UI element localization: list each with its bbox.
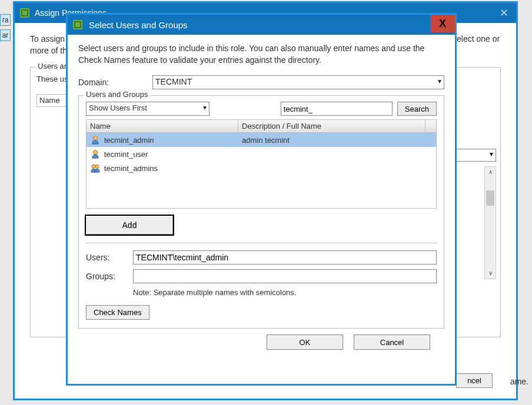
- svg-point-6: [92, 165, 95, 168]
- users-input[interactable]: [133, 250, 437, 265]
- table-row[interactable]: tecmint_adminadmin tecmint: [87, 133, 436, 147]
- grid-body: tecmint_adminadmin tecminttecmint_userte…: [87, 133, 436, 208]
- row-name: tecmint_admin: [104, 136, 154, 145]
- search-button[interactable]: Search: [397, 102, 437, 116]
- users-row: Users:: [86, 250, 437, 265]
- child-close-button[interactable]: X: [430, 15, 455, 32]
- search-input[interactable]: [281, 102, 393, 116]
- separator: [86, 243, 437, 243]
- users-grid: Name Description / Full Name tecmint_adm…: [86, 119, 437, 209]
- parent-cancel-button[interactable]: ncel: [456, 373, 493, 388]
- table-row[interactable]: tecmint_admins: [87, 161, 436, 175]
- svg-point-7: [95, 165, 99, 168]
- group-icon: [90, 163, 101, 173]
- col-desc-header[interactable]: Description / Full Name: [238, 120, 425, 132]
- scroll-up-icon[interactable]: ∧: [486, 168, 494, 176]
- parent-role-dropdown[interactable]: [454, 149, 496, 162]
- col-scroll-gutter: [425, 120, 436, 132]
- domain-select[interactable]: TECMINT: [152, 75, 444, 89]
- add-button[interactable]: Add: [86, 216, 173, 235]
- child-title: Select Users and Groups: [89, 20, 188, 30]
- select-users-dialog: Select Users and Groups X Select users a…: [66, 13, 457, 386]
- domain-row: Domain: TECMINT: [78, 75, 444, 89]
- bg-text-fragment: ame.: [510, 377, 528, 386]
- row-name: tecmint_user: [104, 150, 148, 159]
- table-row[interactable]: tecmint_user: [87, 147, 436, 161]
- note-text: Note: Separate multiple names with semic…: [133, 288, 437, 297]
- ok-button[interactable]: OK: [267, 334, 343, 350]
- row-name: tecmint_admins: [104, 164, 158, 173]
- show-filter-value: Show Users First: [89, 103, 147, 112]
- check-names-button[interactable]: Check Names: [86, 305, 149, 320]
- scroll-thumb[interactable]: [486, 190, 494, 206]
- child-titlebar: Select Users and Groups X: [68, 15, 455, 35]
- groups-row: Groups:: [86, 269, 437, 283]
- row-desc: [238, 168, 436, 169]
- users-label: Users:: [86, 253, 133, 262]
- row-desc: admin tecmint: [238, 135, 436, 145]
- vsphere-icon: [19, 8, 30, 18]
- col-name-header[interactable]: Name: [87, 120, 238, 132]
- groups-input[interactable]: [133, 269, 437, 283]
- users-groups-fieldset: Users and Groups Show Users First Search…: [78, 95, 444, 329]
- svg-point-5: [94, 150, 98, 155]
- show-filter-select[interactable]: Show Users First: [86, 102, 210, 116]
- scroll-down-icon[interactable]: ∨: [486, 269, 494, 277]
- cancel-button[interactable]: Cancel: [354, 334, 430, 350]
- bg-tab-b: ar: [0, 29, 11, 41]
- child-body: Select users and groups to include in th…: [68, 35, 455, 357]
- users-groups-legend: Users and Groups: [84, 90, 151, 99]
- parent-close-button[interactable]: ✕: [495, 6, 513, 19]
- user-icon: [90, 149, 101, 159]
- child-desc: Select users and groups to include in th…: [78, 43, 444, 66]
- filter-row: Show Users First Search: [86, 102, 437, 116]
- vsphere-icon: [72, 19, 83, 30]
- child-footer: OK Cancel: [78, 329, 444, 350]
- user-icon: [90, 135, 101, 145]
- domain-value: TECMINT: [155, 77, 192, 86]
- groups-label: Groups:: [86, 272, 133, 281]
- row-desc: [238, 153, 436, 155]
- bg-tab-a: ra: [0, 14, 11, 26]
- grid-header: Name Description / Full Name: [87, 120, 436, 133]
- domain-label: Domain:: [78, 78, 152, 87]
- parent-scrollbar[interactable]: ∧ ∨: [484, 166, 496, 279]
- svg-point-4: [94, 136, 98, 140]
